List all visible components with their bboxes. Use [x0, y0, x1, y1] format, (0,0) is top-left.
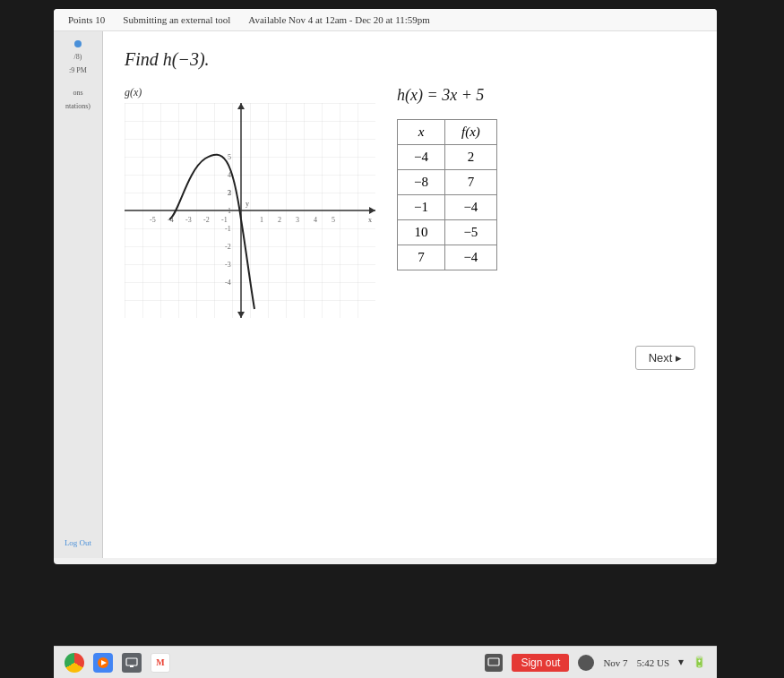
sidebar-text-4: ntations): [65, 102, 90, 110]
sidebar-text-2: :9 PM: [69, 66, 87, 74]
right-panel: h(x) = 3x + 5 x f(x) −42−87−1−410−57−4: [397, 86, 497, 270]
monitor-icon[interactable]: [122, 653, 142, 673]
question-title: Find h(−3).: [125, 49, 695, 70]
table-cell-x: 7: [398, 245, 445, 270]
wifi-icon: ▾: [678, 656, 684, 669]
svg-text:-1: -1: [225, 225, 231, 233]
svg-text:-3: -3: [185, 216, 192, 224]
table-row: 10−5: [398, 220, 497, 245]
sidebar-text-1: /8): [74, 53, 82, 61]
table-cell-x: −4: [398, 145, 445, 170]
screen-icon: [485, 654, 503, 672]
table-cell-fx: 2: [444, 145, 496, 170]
svg-text:x: x: [368, 216, 372, 224]
table-row: −42: [398, 145, 497, 170]
settings-icon[interactable]: [578, 655, 594, 671]
main-content: Find h(−3). g(x): [103, 31, 717, 558]
taskbar-date: Nov 7: [603, 657, 627, 668]
table-row: −1−4: [398, 195, 497, 220]
points-label: Points 10: [68, 14, 105, 25]
table-cell-x: −1: [398, 195, 445, 220]
next-btn-container: Next ▸: [125, 346, 695, 370]
taskbar-time: 5:42 US: [637, 657, 669, 668]
table-row: −87: [398, 170, 497, 195]
top-bar: Points 10 Submitting an external tool Av…: [54, 9, 717, 31]
graph-svg: y x -5 -4 -3 -2 -1: [125, 103, 375, 318]
taskbar: M Sign out Nov 7 5:42 US ▾ 🔋: [54, 646, 717, 678]
play-icon[interactable]: [93, 653, 113, 673]
svg-text:2: 2: [228, 189, 231, 197]
sidebar-dot: [74, 40, 82, 47]
sign-out-button[interactable]: Sign out: [512, 654, 569, 672]
next-button[interactable]: Next ▸: [635, 346, 695, 370]
sidebar-text-3: ons: [73, 89, 82, 97]
svg-text:-1: -1: [221, 216, 228, 224]
table-cell-fx: −4: [444, 195, 496, 220]
svg-text:-2: -2: [225, 243, 231, 251]
svg-text:5: 5: [332, 216, 335, 224]
layout: /8) :9 PM ons ntations) Log Out Find h(−…: [54, 31, 717, 558]
chrome-icon[interactable]: [65, 653, 84, 673]
table-cell-x: −8: [398, 170, 445, 195]
col1-header: x: [398, 120, 445, 145]
svg-text:y: y: [246, 200, 249, 208]
graph-label: g(x): [125, 86, 375, 99]
table-row: 7−4: [398, 245, 497, 270]
table-cell-fx: 7: [444, 170, 496, 195]
function-table: x f(x) −42−87−1−410−57−4: [397, 119, 497, 270]
svg-text:4: 4: [228, 171, 231, 179]
svg-text:1: 1: [260, 216, 263, 224]
svg-text:3: 3: [296, 216, 299, 224]
svg-rect-29: [126, 658, 137, 665]
svg-text:-4: -4: [168, 216, 174, 224]
h-function: h(x) = 3x + 5: [397, 86, 497, 105]
content-area: g(x): [125, 86, 695, 319]
svg-text:-3: -3: [225, 261, 231, 269]
table-cell-fx: −4: [444, 245, 496, 270]
table-cell-x: 10: [398, 220, 445, 245]
table-cell-fx: −5: [444, 220, 496, 245]
svg-text:-2: -2: [203, 216, 210, 224]
screen: Points 10 Submitting an external tool Av…: [54, 9, 717, 564]
submitting-label: Submitting an external tool: [123, 14, 230, 25]
sidebar: /8) :9 PM ons ntations) Log Out: [54, 31, 103, 558]
svg-text:-5: -5: [150, 216, 156, 224]
svg-text:2: 2: [278, 216, 281, 224]
graph-container: g(x): [125, 86, 375, 319]
svg-text:1: 1: [228, 207, 231, 215]
svg-text:4: 4: [314, 216, 317, 224]
gmail-icon[interactable]: M: [151, 653, 170, 673]
svg-text:5: 5: [228, 153, 231, 161]
svg-text:-4: -4: [225, 279, 231, 287]
taskbar-right: Sign out Nov 7 5:42 US ▾ 🔋: [485, 654, 706, 672]
svg-rect-31: [488, 658, 499, 665]
available-label: Available Nov 4 at 12am - Dec 20 at 11:5…: [248, 14, 430, 25]
log-out-link[interactable]: Log Out: [65, 538, 91, 547]
col2-header: f(x): [444, 120, 496, 145]
svg-rect-30: [130, 665, 134, 667]
battery-icon: 🔋: [693, 656, 706, 669]
